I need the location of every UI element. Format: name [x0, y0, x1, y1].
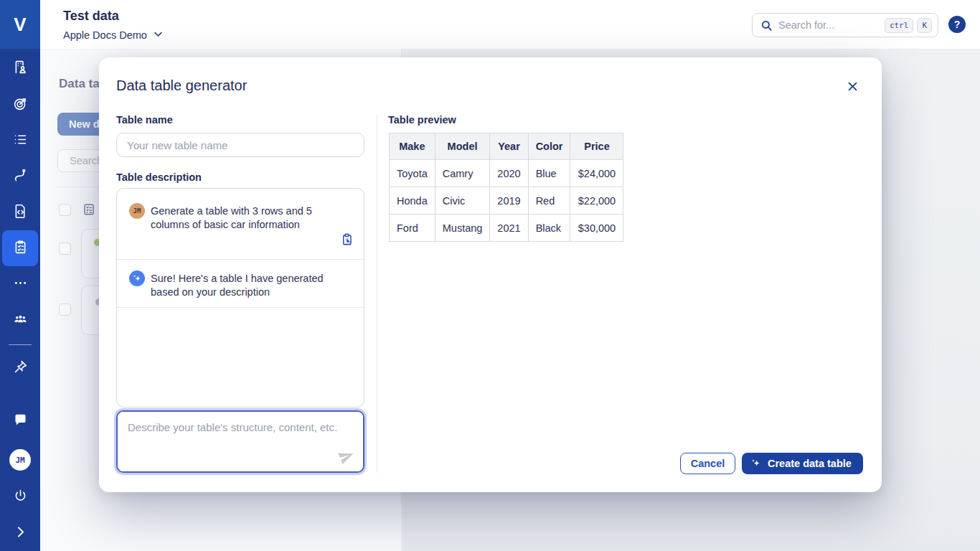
- sidebar-item-goals[interactable]: [0, 87, 40, 123]
- table-cell: 2020: [490, 160, 528, 187]
- code-document-icon: [13, 204, 28, 222]
- sidebar-expand-button[interactable]: [0, 515, 40, 551]
- sidebar-item-chat[interactable]: [0, 403, 40, 439]
- table-cell: $22,000: [570, 187, 623, 215]
- sidebar-divider: [9, 344, 32, 345]
- column-header: Model: [435, 133, 490, 160]
- copy-message-button[interactable]: [339, 232, 354, 247]
- copy-icon: [340, 237, 354, 248]
- global-search[interactable]: ctrl K: [752, 13, 938, 37]
- column-header: Color: [528, 133, 570, 160]
- app-screen: V: [0, 0, 980, 551]
- shortcut-k-key: K: [917, 18, 932, 33]
- list-icon: [13, 132, 28, 150]
- sidebar-item-users[interactable]: [0, 302, 40, 338]
- sidebar-item-journeys[interactable]: [0, 159, 40, 194]
- table-cell: Toyota: [390, 160, 435, 187]
- table-description-input[interactable]: [118, 412, 363, 471]
- table-cell: Ford: [390, 215, 435, 242]
- top-header: Test data Apple Docs Demo ctrl K ?: [40, 0, 980, 49]
- message-divider: [117, 307, 364, 308]
- workspace-selector[interactable]: Apple Docs Demo: [63, 29, 164, 42]
- table-description-label: Table description: [116, 171, 202, 183]
- preview-table-header-row: Make Model Year Color Price: [390, 133, 623, 160]
- sidebar-item-code-docs[interactable]: [0, 194, 40, 230]
- table-cell: Blue: [528, 160, 570, 187]
- data-table-icon: [13, 240, 28, 258]
- page-title: Test data: [63, 9, 119, 24]
- column-header: Make: [390, 133, 435, 160]
- users-icon: [13, 311, 28, 329]
- sparkle-icon: [750, 458, 762, 469]
- table-cell: Black: [528, 215, 570, 242]
- search-input[interactable]: [778, 19, 881, 31]
- expand-chevron-icon: [13, 524, 28, 542]
- workspace-name: Apple Docs Demo: [63, 29, 147, 41]
- target-icon: [13, 96, 28, 114]
- cancel-button[interactable]: Cancel: [680, 453, 735, 474]
- table-cell: 2021: [490, 215, 528, 242]
- create-data-table-button[interactable]: Create data table: [742, 453, 863, 474]
- description-chat-history: JM Generate a table with 3 rows and 5 co…: [116, 188, 364, 408]
- help-button[interactable]: ?: [948, 16, 966, 33]
- message-divider: [117, 259, 364, 260]
- logo-letter: V: [14, 14, 26, 36]
- preview-table: Make Model Year Color Price Toyota Camry…: [389, 133, 623, 242]
- chat-bubble-icon: [13, 413, 28, 430]
- send-icon: [339, 456, 354, 466]
- sidebar: V: [0, 0, 40, 551]
- ai-sparkle-avatar: [129, 270, 145, 286]
- more-dots-icon: [13, 276, 28, 293]
- avatar-initials: JM: [15, 456, 24, 465]
- pin-icon: [13, 359, 28, 377]
- table-cell: Civic: [435, 187, 490, 215]
- table-row: Ford Mustang 2021 Black $30,000: [390, 215, 623, 242]
- create-button-label: Create data table: [768, 458, 852, 469]
- modal-title: Data table generator: [116, 77, 247, 94]
- table-cell: Mustang: [435, 215, 490, 242]
- column-header: Year: [490, 133, 528, 160]
- prompt-input-container: [116, 410, 364, 473]
- table-cell: Camry: [435, 160, 490, 187]
- close-button[interactable]: [841, 76, 864, 99]
- close-icon: [847, 80, 859, 95]
- route-icon: [13, 168, 28, 186]
- search-icon: [760, 19, 773, 32]
- shortcut-ctrl-key: ctrl: [885, 18, 914, 33]
- table-cell: 2019: [490, 187, 528, 215]
- user-message-text: Generate a table with 3 rows and 5 colum…: [151, 204, 336, 232]
- table-name-label: Table name: [116, 114, 173, 126]
- app-logo[interactable]: V: [0, 0, 40, 49]
- power-icon: [13, 489, 28, 507]
- sidebar-item-more[interactable]: [0, 266, 40, 302]
- table-name-input[interactable]: [116, 133, 364, 157]
- building-user-icon: [13, 60, 28, 77]
- sidebar-item-data-tables[interactable]: [0, 230, 40, 266]
- user-avatar[interactable]: JM: [9, 449, 31, 471]
- sidebar-item-pinned[interactable]: [0, 350, 40, 386]
- table-cell: $24,000: [570, 160, 623, 187]
- column-header: Price: [570, 133, 623, 160]
- data-table-generator-modal: Data table generator Table name Table de…: [99, 57, 882, 492]
- user-message-avatar: JM: [129, 203, 145, 219]
- chevron-down-icon: [153, 29, 164, 42]
- assistant-message-text: Sure! Here's a table I have generated ba…: [151, 272, 336, 299]
- sidebar-item-organization[interactable]: [0, 50, 40, 86]
- table-preview-label: Table preview: [388, 114, 456, 126]
- table-row: Honda Civic 2019 Red $22,000: [390, 187, 623, 215]
- table-cell: $30,000: [570, 215, 623, 242]
- sidebar-item-list[interactable]: [0, 123, 40, 159]
- modal-column-divider: [377, 115, 377, 473]
- send-button[interactable]: [339, 448, 354, 464]
- table-row: Toyota Camry 2020 Blue $24,000: [390, 160, 623, 187]
- sidebar-item-logout[interactable]: [0, 479, 40, 515]
- table-cell: Red: [528, 187, 570, 215]
- table-cell: Honda: [390, 187, 435, 215]
